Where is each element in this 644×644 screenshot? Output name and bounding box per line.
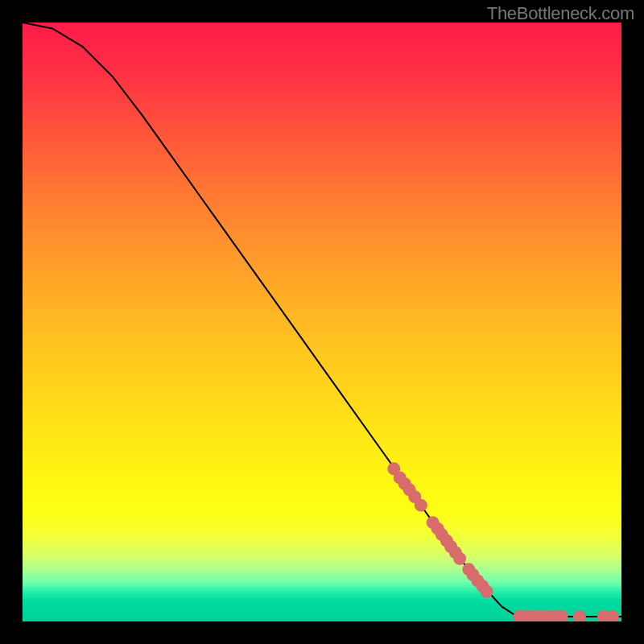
- chart-marker: [415, 499, 427, 512]
- attribution-text: TheBottleneck.com: [487, 3, 634, 24]
- chart-plot-area: [23, 23, 621, 621]
- chart-svg-overlay: [23, 23, 621, 621]
- chart-markers: [387, 462, 619, 621]
- chart-curve: [23, 23, 621, 617]
- chart-marker: [606, 610, 619, 621]
- chart-marker: [481, 585, 493, 598]
- chart-marker: [573, 610, 586, 621]
- chart-marker: [453, 552, 466, 565]
